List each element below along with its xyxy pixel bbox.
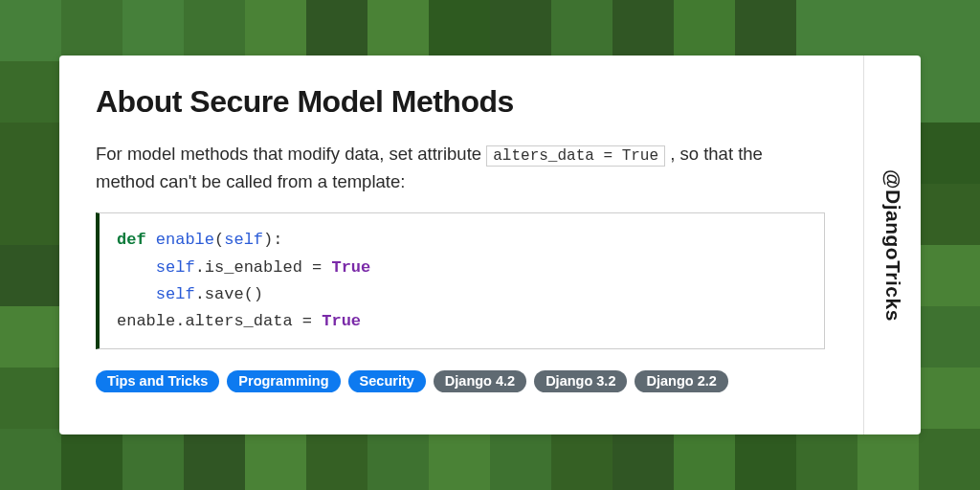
- bg-pixel: [0, 429, 61, 490]
- bg-pixel: [919, 184, 980, 245]
- bg-pixel: [0, 122, 61, 184]
- bg-pixel: [551, 429, 612, 490]
- bg-pixel: [0, 245, 61, 306]
- bg-pixel: [674, 429, 735, 490]
- function-name: enable: [156, 231, 214, 249]
- bg-pixel: [306, 429, 368, 490]
- bg-pixel: [919, 61, 980, 122]
- bg-pixel: [306, 0, 368, 61]
- bg-pixel: [735, 429, 796, 490]
- bg-pixel: [919, 368, 980, 429]
- tag-list: Tips and TricksProgrammingSecurityDjango…: [96, 370, 825, 392]
- description-part1: For model methods that modify data, set …: [96, 144, 486, 164]
- code-text: .save(): [195, 285, 263, 303]
- bg-pixel: [551, 0, 612, 61]
- bg-pixel: [0, 0, 61, 61]
- tag-django-2-2[interactable]: Django 2.2: [635, 370, 727, 392]
- tag-tips-and-tricks[interactable]: Tips and Tricks: [96, 370, 219, 392]
- sidebar: @DjangoTricks: [863, 56, 921, 434]
- code-block: def enable(self): self.is_enabled = True…: [96, 212, 825, 348]
- bg-pixel: [735, 0, 796, 61]
- bg-pixel: [184, 0, 245, 61]
- bg-pixel: [796, 0, 858, 61]
- bg-pixel: [429, 429, 490, 490]
- bg-pixel: [184, 429, 245, 490]
- code-text: .is_enabled =: [195, 258, 332, 277]
- bg-pixel: [858, 0, 919, 61]
- bg-pixel: [429, 0, 490, 61]
- bg-pixel: [919, 429, 980, 490]
- card-content: About Secure Model Methods For model met…: [59, 56, 863, 434]
- self-param: self: [224, 231, 263, 249]
- tag-programming[interactable]: Programming: [227, 370, 340, 392]
- bg-pixel: [368, 429, 429, 490]
- keyword-def: def: [117, 231, 146, 249]
- twitter-handle: @DjangoTricks: [881, 169, 904, 322]
- bool-true: True: [331, 258, 370, 277]
- bg-pixel: [122, 429, 184, 490]
- bg-pixel: [858, 429, 919, 490]
- tag-security[interactable]: Security: [348, 370, 426, 392]
- bg-pixel: [122, 0, 184, 61]
- tag-django-4-2[interactable]: Django 4.2: [434, 370, 526, 392]
- bg-pixel: [919, 245, 980, 306]
- bg-pixel: [919, 122, 980, 184]
- code-text: enable.alters_data =: [117, 312, 322, 330]
- bg-pixel: [796, 429, 858, 490]
- bg-pixel: [674, 0, 735, 61]
- bg-pixel: [612, 429, 674, 490]
- self-ref: self: [156, 285, 195, 303]
- bg-pixel: [919, 306, 980, 368]
- bg-pixel: [61, 0, 122, 61]
- bg-pixel: [61, 429, 122, 490]
- tag-django-3-2[interactable]: Django 3.2: [534, 370, 627, 392]
- bool-true: True: [322, 312, 361, 330]
- bg-pixel: [368, 0, 429, 61]
- card: About Secure Model Methods For model met…: [59, 56, 921, 434]
- bg-pixel: [245, 0, 306, 61]
- bg-pixel: [0, 184, 61, 245]
- bg-pixel: [0, 306, 61, 368]
- bg-pixel: [490, 429, 551, 490]
- bg-pixel: [919, 0, 980, 61]
- bg-pixel: [490, 0, 551, 61]
- bg-pixel: [245, 429, 306, 490]
- self-ref: self: [156, 258, 195, 277]
- bg-pixel: [612, 0, 674, 61]
- inline-code: alters_data = True: [486, 145, 665, 167]
- description: For model methods that modify data, set …: [96, 141, 825, 195]
- bg-pixel: [0, 368, 61, 429]
- page-title: About Secure Model Methods: [96, 84, 825, 120]
- bg-pixel: [0, 61, 61, 122]
